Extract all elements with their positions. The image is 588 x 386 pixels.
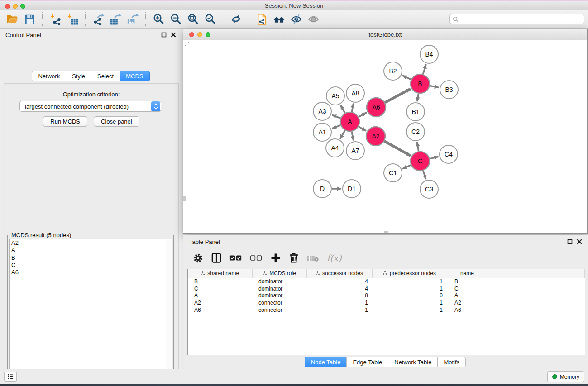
table-row[interactable]: A2connector11A2 (188, 299, 585, 306)
graph-node-A2[interactable]: A2 (366, 127, 385, 146)
graph-node-D[interactable]: D (313, 180, 331, 198)
column-header-MCDS-role[interactable]: MCDS role (252, 269, 306, 278)
export-image-icon[interactable] (124, 11, 141, 27)
graph-node-C1[interactable]: C1 (384, 164, 402, 182)
close-panel-icon[interactable] (171, 32, 176, 38)
add-column-icon[interactable] (270, 253, 281, 263)
columns-icon[interactable] (211, 253, 222, 263)
mcds-result-item[interactable]: A2 (10, 239, 172, 247)
import-network-icon[interactable] (47, 11, 64, 27)
vertical-scroll-thumb[interactable] (183, 196, 186, 201)
zoom-in-icon[interactable] (150, 11, 167, 27)
graph-edge-A2-C[interactable] (384, 141, 411, 156)
graph-node-C[interactable]: C (411, 152, 430, 171)
import-table-icon[interactable] (64, 11, 81, 27)
tab-select[interactable]: Select (91, 71, 120, 81)
horizontal-scroll-thumb[interactable] (384, 231, 388, 233)
mcds-result-item[interactable]: A (10, 247, 172, 254)
home-icon[interactable] (270, 11, 287, 27)
tab-mcds[interactable]: MCDS (120, 71, 149, 81)
graph-edge-B-B3[interactable] (430, 86, 439, 87)
column-header-successor-nodes[interactable]: successor nodes (306, 269, 372, 278)
graph-node-D1[interactable]: D1 (343, 180, 361, 198)
graph-node-B1[interactable]: B1 (406, 103, 425, 121)
graph-edge-C-C3[interactable] (423, 171, 426, 179)
graph-edge-A-A5[interactable] (340, 105, 345, 113)
table-row[interactable]: Cdominator41C (188, 285, 585, 292)
graph-node-B2[interactable]: B2 (384, 62, 402, 80)
graph-edge-A6-B[interactable] (385, 89, 410, 102)
search-input[interactable] (459, 15, 581, 23)
gear-icon[interactable] (193, 253, 203, 263)
mcds-result-list[interactable]: A2ABCA6 (9, 239, 172, 386)
zoom-fit-icon[interactable] (184, 11, 201, 27)
memory-button[interactable]: Memory (547, 371, 584, 382)
show-graphics-icon[interactable] (305, 11, 322, 27)
graph-edge-C-C1[interactable] (402, 165, 411, 169)
graph-node-B4[interactable]: B4 (420, 45, 438, 63)
graph-edge-A-A8[interactable] (352, 104, 354, 112)
table-tab-edge-table[interactable]: Edge Table (346, 357, 388, 367)
table-row[interactable]: Bdominator41B (188, 278, 585, 285)
apply-layout-icon[interactable] (227, 11, 244, 27)
function-builder-icon[interactable]: f(x) (327, 253, 342, 263)
column-header-predecessor-nodes[interactable]: predecessor nodes (372, 269, 447, 278)
table-tab-motifs[interactable]: Motifs (437, 357, 466, 367)
float-table-panel-icon[interactable] (567, 239, 573, 244)
graph-edge-B-B4[interactable] (423, 64, 426, 74)
graph-node-B3[interactable]: B3 (440, 81, 458, 99)
graph-edge-A-A3[interactable] (332, 115, 341, 118)
graph-node-A3[interactable]: A3 (313, 102, 331, 120)
select-all-icon[interactable] (229, 254, 242, 262)
graph-node-A[interactable]: A (340, 112, 359, 131)
zoom-out-icon[interactable] (167, 11, 184, 27)
close-panel-button[interactable]: Close panel (94, 116, 139, 127)
delete-table-icon[interactable] (306, 254, 319, 262)
zoom-selected-icon[interactable] (201, 11, 219, 27)
resize-grip[interactable] (183, 40, 190, 47)
graph-node-C3[interactable]: C3 (420, 180, 438, 198)
mcds-result-item[interactable]: C (10, 262, 172, 269)
table-tab-node-table[interactable]: Node Table (305, 357, 347, 367)
graph-node-A5[interactable]: A5 (326, 87, 344, 105)
tab-network[interactable]: Network (32, 71, 66, 81)
criterion-dropdown[interactable]: largest connected component (directed) (19, 101, 161, 112)
save-session-icon[interactable] (21, 11, 38, 27)
graph-edge-C-C4[interactable] (430, 157, 438, 159)
table-row[interactable]: A6connector11A6 (188, 306, 585, 314)
column-header-name[interactable]: name (447, 269, 488, 278)
graph-edge-A-A6[interactable] (359, 113, 367, 117)
mcds-result-item[interactable]: A6 (10, 269, 172, 276)
toggle-details-icon[interactable] (287, 11, 305, 27)
search-field[interactable] (449, 14, 584, 24)
table-row[interactable]: Adominator80A (188, 292, 585, 299)
graph-node-A7[interactable]: A7 (346, 142, 364, 160)
run-mcds-button[interactable]: Run MCDS (43, 116, 87, 127)
delete-column-icon[interactable] (289, 253, 299, 263)
graph-node-C2[interactable]: C2 (406, 123, 425, 141)
graph-node-B[interactable]: B (411, 74, 430, 93)
graph-edge-A-A7[interactable] (352, 132, 354, 141)
graph-node-C4[interactable]: C4 (440, 145, 458, 163)
graph-edge-A-A4[interactable] (340, 130, 345, 139)
deselect-all-icon[interactable] (250, 254, 263, 262)
new-network-from-file-icon[interactable] (253, 11, 270, 27)
graph-node-A8[interactable]: A8 (346, 84, 364, 102)
export-network-icon[interactable] (90, 11, 107, 27)
graph-edge-C-C2[interactable] (417, 142, 418, 152)
result-scrollbar[interactable] (166, 239, 172, 386)
tab-style[interactable]: Style (66, 71, 91, 81)
graph-node-A4[interactable]: A4 (326, 139, 344, 157)
mcds-result-item[interactable]: B (10, 254, 172, 262)
open-file-icon[interactable] (4, 11, 21, 27)
table-tab-network-table[interactable]: Network Table (388, 357, 438, 367)
task-history-button[interactable] (4, 372, 17, 382)
network-canvas[interactable]: AA1A2A3A4A5A6A7A8BB1B2B3B4CC1C2C3C4DD1 (183, 40, 587, 233)
export-table-icon[interactable] (107, 11, 124, 27)
close-table-panel-icon[interactable] (577, 239, 582, 244)
graph-edge-B-B1[interactable] (417, 94, 419, 102)
graph-node-A1[interactable]: A1 (313, 123, 331, 141)
float-panel-icon[interactable] (161, 32, 167, 38)
graph-edge-A-A2[interactable] (359, 127, 366, 131)
graph-node-A6[interactable]: A6 (367, 98, 386, 117)
